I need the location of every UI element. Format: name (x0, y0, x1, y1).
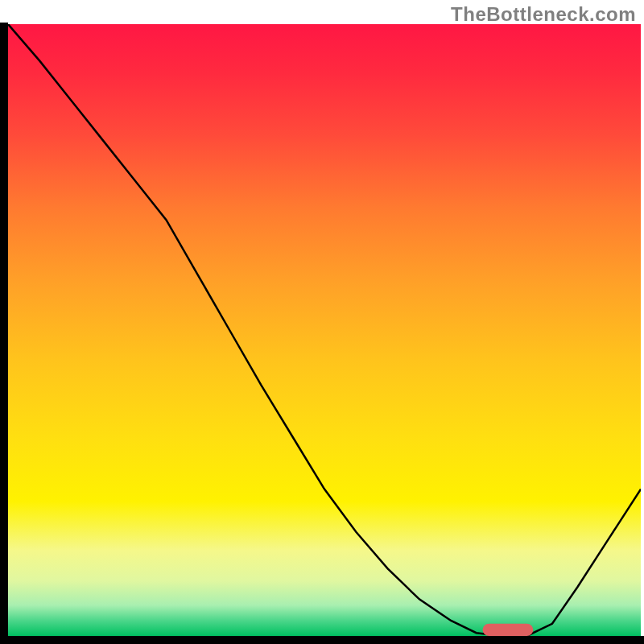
chart-container: TheBottleneck.com (0, 0, 644, 644)
y-axis (0, 23, 8, 644)
bottleneck-chart (0, 0, 644, 644)
x-axis (0, 636, 644, 644)
gradient-background (8, 24, 641, 636)
optimal-range-marker (483, 624, 534, 636)
watermark-text: TheBottleneck.com (451, 3, 636, 26)
